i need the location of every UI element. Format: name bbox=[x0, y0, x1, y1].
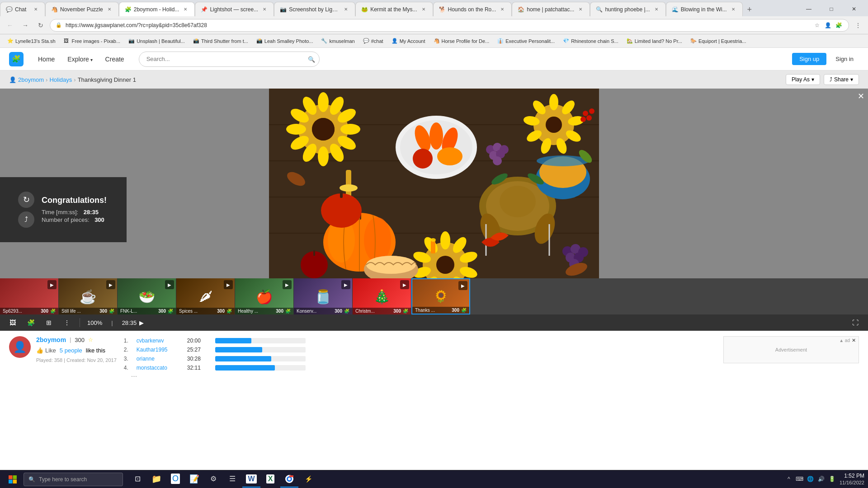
nav-home[interactable]: Home bbox=[33, 53, 60, 66]
thumbnail-4[interactable]: 🍎 ▶ Healthy ... 300 🧩 bbox=[235, 278, 294, 314]
tab-lightshot-close[interactable]: ✕ bbox=[261, 6, 268, 13]
bookmark-thirdshutter[interactable]: 📸 Third Shutter from t... bbox=[189, 37, 252, 45]
maximize-button[interactable]: □ bbox=[821, 2, 842, 16]
bookmark-pixabay[interactable]: 🖼 Free images - Pixab... bbox=[60, 37, 124, 45]
taskbar-start-menu[interactable]: ☰ bbox=[223, 471, 241, 488]
close-puzzle-popup-button[interactable]: ✕ bbox=[858, 91, 864, 101]
taskbar-chrome[interactable] bbox=[280, 471, 298, 488]
thumbnail-1[interactable]: ☕ ▶ Still life ... 300 🧩 bbox=[59, 278, 118, 314]
tab-hunting[interactable]: 🔍 hunting phoebe |... ✕ bbox=[590, 2, 665, 16]
leader-name-4[interactable]: monstaccato bbox=[137, 365, 182, 371]
tab-screenshot-close[interactable]: ✕ bbox=[342, 6, 349, 13]
tab-blowing-close[interactable]: ✕ bbox=[730, 6, 737, 13]
site-logo[interactable]: 🧩 bbox=[9, 52, 24, 66]
tab-chat[interactable]: 💬 Chat ✕ bbox=[0, 2, 45, 16]
like-count[interactable]: 5 people bbox=[60, 347, 82, 354]
bookmark-equiport[interactable]: 🐎 Equiport | Equestria... bbox=[687, 37, 750, 45]
tab-hunting-close[interactable]: ✕ bbox=[653, 6, 660, 13]
taskbar-excel[interactable]: X bbox=[261, 471, 279, 488]
bookmark-unsplash[interactable]: 📷 Unsplash | Beautiful... bbox=[125, 37, 189, 45]
search-input[interactable] bbox=[139, 52, 320, 67]
thumbnail-6[interactable]: 🎄 ▶ Christm... 300 🧩 bbox=[353, 278, 411, 314]
signup-button[interactable]: Sign up bbox=[792, 53, 826, 65]
bookmark-horse[interactable]: 🐴 Horse Profile for De... bbox=[430, 37, 493, 45]
bookmark-leah[interactable]: 📸 Leah Smalley Photo... bbox=[253, 37, 317, 45]
grid-icon[interactable]: ⊞ bbox=[43, 317, 54, 328]
tab-hounds[interactable]: 🐕 Hounds on the Ro... ✕ bbox=[433, 2, 512, 16]
back-button[interactable]: ← bbox=[4, 19, 16, 32]
breadcrumb-section-link[interactable]: Holidays bbox=[49, 76, 72, 83]
ad-close-button[interactable]: ✕ bbox=[852, 338, 856, 343]
tab-kermit-close[interactable]: ✕ bbox=[420, 6, 427, 13]
nav-explore[interactable]: Explore bbox=[62, 53, 98, 66]
thumb-play-3[interactable]: ▶ bbox=[224, 280, 233, 289]
bookmark-lynelle[interactable]: ⭐ Lynelle13's Sta.sh bbox=[4, 37, 59, 45]
thumb-play-6[interactable]: ▶ bbox=[400, 280, 409, 289]
bookmark-chat[interactable]: 💬 #chat bbox=[359, 37, 387, 45]
leader-more[interactable]: ··· bbox=[124, 372, 716, 380]
congrats-refresh-icon[interactable]: ↻ bbox=[18, 192, 34, 208]
tab-screenshot[interactable]: 📷 Screenshot by Ligh... ✕ bbox=[274, 2, 355, 16]
thumbnail-7[interactable]: 🌻 ▶ Thanks ... 300 🧩 bbox=[411, 278, 470, 314]
extensions-icon[interactable]: 🧩 bbox=[834, 21, 843, 30]
signin-button[interactable]: Sign in bbox=[830, 53, 859, 65]
share-button[interactable]: ⤴ Share ▾ bbox=[824, 74, 859, 85]
breadcrumb-user-link[interactable]: 2boymom bbox=[18, 76, 44, 83]
leader-name-2[interactable]: Kauthar1995 bbox=[137, 347, 182, 353]
nav-create[interactable]: Create bbox=[100, 53, 130, 66]
thumb-play-2[interactable]: ▶ bbox=[165, 280, 174, 289]
tab-home-close[interactable]: ✕ bbox=[577, 6, 584, 13]
thumb-play-0[interactable]: ▶ bbox=[47, 280, 57, 289]
tab-kermit[interactable]: 🐸 Kermit at the Mys... ✕ bbox=[355, 2, 433, 16]
image-view-icon[interactable]: 🖼 bbox=[7, 317, 18, 328]
tab-chat-close[interactable]: ✕ bbox=[32, 6, 39, 13]
thumb-play-7[interactable]: ▶ bbox=[458, 281, 467, 290]
play-icon[interactable]: ▶ bbox=[139, 319, 144, 326]
tray-keyboard-icon[interactable]: ⌨ bbox=[795, 474, 804, 483]
forward-button[interactable]: → bbox=[19, 19, 32, 32]
thumb-play-4[interactable]: ▶ bbox=[283, 280, 292, 289]
tab-blowing[interactable]: 🌊 Blowing in the Wi... ✕ bbox=[666, 2, 743, 16]
thumbnail-5[interactable]: 🫙 ▶ Konserv... 300 🧩 bbox=[294, 278, 353, 314]
tab-lightshot[interactable]: 📌 Lightshot — scree... ✕ bbox=[195, 2, 274, 16]
start-button[interactable] bbox=[4, 471, 22, 488]
thumbnail-3[interactable]: 🌶 ▶ Spices ... 300 🧩 bbox=[176, 278, 235, 314]
settings-button[interactable]: ⋮ bbox=[852, 19, 864, 32]
tray-up-icon[interactable]: ^ bbox=[784, 474, 793, 483]
menu-dots-icon[interactable]: ⋮ bbox=[61, 317, 72, 328]
thumb-play-1[interactable]: ▶ bbox=[106, 280, 115, 289]
taskbar-sticky-notes[interactable]: 📝 bbox=[185, 471, 203, 488]
thumbnail-0[interactable]: ▶ Sp6293... 300 🧩 bbox=[0, 278, 59, 314]
congrats-share-icon[interactable]: ⤴ bbox=[18, 211, 34, 228]
bookmark-limited[interactable]: 🏡 Limited land? No Pr... bbox=[623, 37, 686, 45]
taskbar-terminal[interactable]: ⚡ bbox=[299, 471, 317, 488]
taskbar-outlook[interactable]: O bbox=[166, 471, 184, 488]
tray-battery-icon[interactable]: 🔋 bbox=[828, 474, 837, 483]
minimize-button[interactable]: — bbox=[798, 2, 819, 16]
new-tab-button[interactable]: + bbox=[743, 3, 756, 16]
user-name-link[interactable]: 2boymom bbox=[36, 336, 66, 343]
leader-name-3[interactable]: orianne bbox=[137, 356, 182, 362]
taskbar-search-box[interactable]: 🔍 Type here to search bbox=[24, 473, 123, 486]
tray-network-icon[interactable]: 🌐 bbox=[806, 474, 815, 483]
thumb-play-5[interactable]: ▶ bbox=[341, 280, 350, 289]
tab-hounds-close[interactable]: ✕ bbox=[499, 6, 506, 13]
taskbar-task-view[interactable]: ⊡ bbox=[128, 471, 146, 488]
leader-name-1[interactable]: cvbarkerwv bbox=[137, 338, 182, 344]
bookmark-executive[interactable]: 👔 Executive Personalit... bbox=[494, 37, 558, 45]
bookmark-myaccount[interactable]: 👤 My Account bbox=[388, 37, 429, 45]
bookmark-star-icon[interactable]: ☆ bbox=[812, 21, 821, 30]
taskbar-settings[interactable]: ⚙ bbox=[204, 471, 222, 488]
reload-button[interactable]: ↻ bbox=[34, 19, 47, 32]
thumbnail-2[interactable]: 🥗 ▶ FNK-L... 300 🧩 bbox=[118, 278, 176, 314]
taskbar-file-explorer[interactable]: 📁 bbox=[147, 471, 165, 488]
tray-clock[interactable]: 1:52 PM 11/16/2022 bbox=[840, 473, 864, 486]
tab-jigsawplanet[interactable]: 🧩 2boymom - Holid... ✕ bbox=[119, 2, 195, 16]
puzzle-icon-ctrl[interactable]: 🧩 bbox=[25, 317, 36, 328]
search-submit-icon[interactable]: 🔍 bbox=[308, 56, 315, 62]
tab-november[interactable]: 🐴 November Puzzle ✕ bbox=[45, 2, 119, 16]
tab-jigsaw-close[interactable]: ✕ bbox=[182, 6, 189, 13]
close-button[interactable]: ✕ bbox=[844, 2, 864, 16]
profile-icon[interactable]: 👤 bbox=[823, 21, 832, 30]
tray-volume-icon[interactable]: 🔊 bbox=[817, 474, 826, 483]
